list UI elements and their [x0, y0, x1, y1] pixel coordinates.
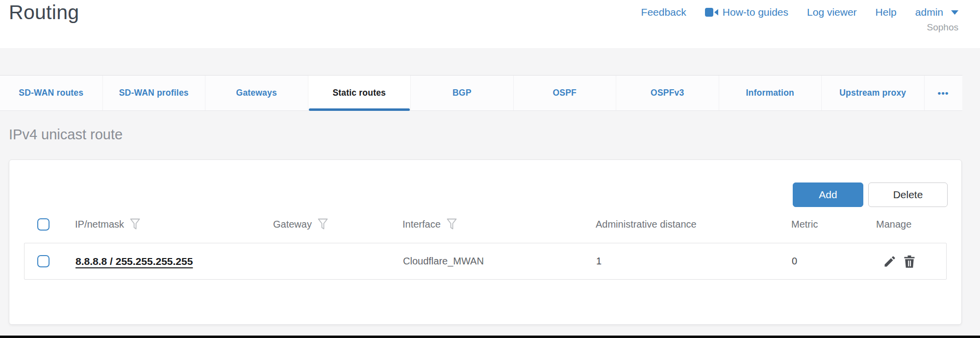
admin-distance-cell: 1: [596, 256, 792, 267]
tab-upstream-proxy[interactable]: Upstream proxy: [822, 76, 925, 110]
routes-panel: Add Delete IP/netmask Gateway Interface …: [9, 159, 962, 325]
filter-icon[interactable]: [447, 218, 457, 230]
page-title: Routing: [9, 1, 79, 24]
column-header-gateway-label: Gateway: [273, 219, 312, 230]
tab-bar: SD-WAN routes SD-WAN profiles Gateways S…: [0, 75, 962, 111]
delete-button[interactable]: Delete: [868, 182, 948, 207]
ip-netmask-cell: 8.8.8.8 / 255.255.255.255: [75, 256, 274, 267]
route-ip-link[interactable]: 8.8.8.8 / 255.255.255.255: [75, 256, 193, 267]
tab-bgp[interactable]: BGP: [411, 76, 514, 110]
tab-ospfv3[interactable]: OSPFv3: [616, 76, 719, 110]
table-row: 8.8.8.8 / 255.255.255.255 Cloudflare_MWA…: [24, 243, 947, 280]
routing-page: { "page": { "title": "Routing" }, "heade…: [0, 0, 980, 338]
tab-gateways[interactable]: Gateways: [205, 76, 308, 110]
tab-overflow-menu[interactable]: •••: [925, 76, 962, 110]
feedback-link[interactable]: Feedback: [641, 6, 686, 18]
select-all-checkbox[interactable]: [37, 218, 50, 231]
filter-icon[interactable]: [130, 218, 140, 230]
table-header: IP/netmask Gateway Interface Administrat…: [24, 214, 947, 234]
header-links: Feedback How-to guides Log viewer Help a…: [641, 6, 958, 18]
column-header-ip-netmask: IP/netmask: [75, 218, 273, 230]
metric-cell: 0: [792, 256, 877, 267]
interface-cell: Cloudflare_MWAN: [403, 256, 596, 267]
log-viewer-link[interactable]: Log viewer: [807, 6, 857, 18]
filter-icon[interactable]: [318, 218, 328, 230]
row-select-cell: [25, 255, 75, 267]
delete-icon[interactable]: [903, 255, 916, 268]
brand-label: Sophos: [927, 22, 958, 33]
tab-ospf[interactable]: OSPF: [514, 76, 617, 110]
page-header: Routing Feedback How-to guides Log viewe…: [0, 0, 980, 48]
howto-guides-link[interactable]: How-to guides: [705, 6, 788, 18]
user-menu-label: admin: [915, 6, 943, 18]
video-camera-icon: [705, 7, 718, 17]
howto-guides-label: How-to guides: [723, 6, 788, 18]
section-heading: IPv4 unicast route: [9, 127, 123, 143]
column-header-gateway: Gateway: [273, 218, 402, 230]
window-bottom-edge: [0, 336, 980, 338]
column-header-manage-label: Manage: [876, 219, 911, 230]
tab-sd-wan-routes[interactable]: SD-WAN routes: [0, 76, 103, 110]
chevron-down-icon: [951, 10, 958, 15]
column-header-manage: Manage: [876, 219, 947, 230]
help-link[interactable]: Help: [876, 6, 897, 18]
user-menu[interactable]: admin: [915, 6, 958, 18]
column-header-admin-distance-label: Administrative distance: [596, 219, 697, 230]
column-header-interface: Interface: [402, 218, 596, 230]
select-all-cell: [24, 218, 75, 231]
column-header-ip-netmask-label: IP/netmask: [75, 219, 124, 230]
column-header-admin-distance: Administrative distance: [596, 219, 791, 230]
tab-sd-wan-profiles[interactable]: SD-WAN profiles: [103, 76, 206, 110]
column-header-metric-label: Metric: [791, 219, 818, 230]
tab-static-routes[interactable]: Static routes: [308, 76, 411, 110]
column-header-metric: Metric: [791, 219, 876, 230]
column-header-interface-label: Interface: [402, 219, 441, 230]
manage-cell: [877, 255, 946, 268]
row-checkbox[interactable]: [37, 255, 50, 267]
edit-icon[interactable]: [883, 255, 897, 268]
add-button[interactable]: Add: [793, 182, 863, 207]
tab-information[interactable]: Information: [719, 76, 822, 110]
